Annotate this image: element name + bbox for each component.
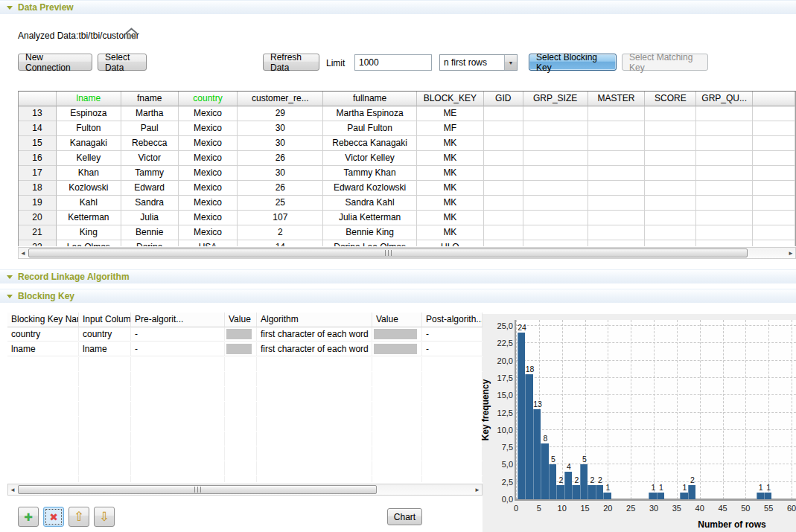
cell-grp_size [523, 181, 588, 196]
cell-block_key: MK [417, 225, 484, 240]
select-matching-key-button[interactable]: Select Matching Key [622, 54, 708, 71]
cell-country: Mexico [179, 225, 238, 240]
table-row[interactable]: 22Lee OlmosDorineUSA14Dorine Lee OlmosUL… [19, 240, 795, 246]
combo-dropdown-button[interactable]: ▼ [504, 55, 517, 70]
scroll-left-icon[interactable]: ◄ [19, 248, 28, 258]
table-row[interactable]: 13EspinozaMarthaMexico29Martha EspinozaM… [19, 106, 795, 121]
cell-customer_re: 26 [238, 151, 323, 166]
column-header-gid[interactable]: GID [484, 92, 523, 106]
table-row[interactable]: 14FultonPaulMexico30Paul FultonMF [19, 121, 795, 136]
table-row[interactable]: 18KozlowskiEdwardMexico26Edward Kozlowsk… [19, 181, 795, 196]
select-data-button[interactable]: Select Data [98, 54, 147, 71]
refresh-data-button[interactable]: Refresh Data [263, 54, 319, 71]
empty-cell [131, 432, 225, 446]
column-header-country[interactable]: country [179, 92, 238, 106]
data-table-hscroll-thumb[interactable] [28, 249, 748, 257]
column-header-grp_qu[interactable]: GRP_QU... [696, 92, 753, 106]
blocking-column-header[interactable]: Value [225, 313, 257, 327]
data-table-hscrollbar[interactable]: ◄ ► [18, 247, 796, 259]
cell-grp_qu [696, 181, 753, 196]
new-connection-button[interactable]: New Connection [18, 54, 92, 71]
blocking-table-hscrollbar[interactable]: ◄ ► [7, 484, 483, 496]
move-up-button[interactable]: ⇧ [69, 507, 89, 527]
bar-value-label: 5 [551, 455, 555, 464]
table-row[interactable]: 21KingBennieMexico2Bennie KingMK [19, 225, 795, 240]
empty-cell [131, 446, 225, 461]
column-header-score[interactable]: SCORE [645, 92, 696, 106]
gridline-vertical [562, 320, 563, 499]
limit-input[interactable]: 1000 [354, 54, 432, 71]
table-row[interactable]: 16KelleyVictorMexico26Victor KelleyMK [19, 151, 795, 166]
empty-cell [257, 372, 372, 386]
empty-cell [79, 387, 131, 401]
empty-cell [131, 402, 225, 416]
home-icon[interactable] [124, 27, 138, 40]
bar-value-label: 1 [759, 483, 763, 492]
gridline-vertical [700, 320, 701, 499]
x-tick-label: 30 [643, 504, 665, 513]
column-header-lname[interactable]: lname [57, 92, 121, 106]
x-tick-label: 0 [505, 504, 527, 513]
cell-empty [753, 151, 795, 166]
column-header-master[interactable]: MASTER [588, 92, 646, 106]
column-header-fullname[interactable]: fullname [323, 92, 417, 106]
gridline-horizontal [516, 429, 796, 430]
blocking-column-header[interactable]: Pre-algorit... [131, 313, 225, 327]
blocking-column-header[interactable]: Post-algorith... [422, 313, 483, 327]
section-header-record-linkage[interactable]: Record Linkage Algorithm [0, 269, 796, 283]
cell-gid [484, 151, 523, 166]
y-axis-line [515, 320, 516, 501]
select-blocking-key-button[interactable]: Select Blocking Key [529, 54, 617, 71]
move-down-button[interactable]: ⇩ [94, 507, 115, 527]
blocking-key-row[interactable]: countrycountry-first character of each w… [7, 327, 483, 342]
add-blocking-key-button[interactable]: ✚ [18, 507, 39, 527]
blocking-key-row[interactable]: lnamelname-first character of each word- [7, 342, 483, 357]
rows-mode-selected-value: n first rows [440, 57, 504, 68]
cell-master [588, 106, 646, 121]
section-header-blocking-key[interactable]: Blocking Key [0, 289, 796, 303]
cell-gid [484, 166, 523, 181]
y-tick-label: 7,5 [486, 443, 513, 452]
section-header-data-preview[interactable]: Data Preview [0, 0, 796, 14]
blocking-column-header[interactable]: Blocking Key Name [7, 313, 79, 327]
empty-cell [7, 417, 79, 431]
cell-score [645, 196, 696, 211]
empty-cell [225, 417, 257, 431]
chart-button[interactable]: Chart [387, 508, 422, 525]
gridline-horizontal [516, 464, 796, 464]
plus-icon: ✚ [24, 512, 33, 522]
cell-master [588, 181, 646, 196]
bar-value-label: 2 [559, 475, 564, 484]
scroll-left-icon[interactable]: ◄ [8, 484, 17, 495]
scroll-right-icon[interactable]: ► [786, 248, 795, 258]
blocking-table-hscroll-thumb[interactable] [18, 485, 377, 494]
column-header-empty[interactable] [753, 92, 795, 106]
table-row[interactable]: 20KettermanJuliaMexico107Julia Ketterman… [19, 211, 795, 225]
bar-value-label: 1 [682, 483, 687, 492]
blocking-column-header[interactable]: Value [372, 313, 422, 327]
scroll-right-icon[interactable]: ► [473, 484, 482, 495]
blocking-column-header[interactable]: Algorithm [257, 313, 372, 327]
empty-cell [372, 432, 422, 446]
gridline-horizontal [516, 412, 796, 413]
cell-gid [484, 196, 523, 211]
column-header-fname[interactable]: fname [121, 92, 179, 106]
table-row[interactable]: 17KhanTammyMexico30Tammy KhanMK [19, 166, 795, 181]
cell-grp_size [523, 196, 588, 211]
cell-score [645, 166, 696, 181]
column-header-grp_size[interactable]: GRP_SIZE [523, 92, 588, 106]
chevron-down-icon: ▼ [509, 60, 514, 65]
table-row[interactable]: 19KahlSandraMexico25Sandra KahlMK [19, 196, 795, 211]
blocking-cell-value [225, 327, 257, 342]
rows-mode-select[interactable]: n first rows ▼ [439, 54, 518, 71]
delete-blocking-key-button[interactable]: ✖ [43, 507, 64, 527]
table-row[interactable]: 15KanagakiRebeccaMexico30Rebecca Kanagak… [19, 136, 795, 151]
empty-cell [225, 446, 257, 461]
blocking-empty-row [7, 417, 483, 432]
blocking-column-header[interactable]: Input Column [79, 313, 131, 327]
cell-fullname: Julia Ketterman [323, 211, 417, 225]
column-header-customer_re[interactable]: customer_re... [238, 92, 323, 106]
column-header-block_key[interactable]: BLOCK_KEY [417, 92, 484, 106]
column-header-num[interactable] [19, 92, 57, 106]
empty-cell [422, 446, 483, 461]
